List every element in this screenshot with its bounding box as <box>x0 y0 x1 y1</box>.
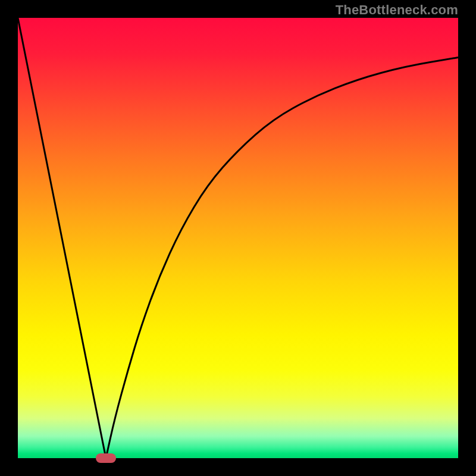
plot-area <box>18 18 458 458</box>
curve-path <box>18 18 458 458</box>
attribution-label: TheBottleneck.com <box>336 2 458 18</box>
bottleneck-curve <box>18 18 458 458</box>
optimal-marker <box>96 453 116 463</box>
chart-container: TheBottleneck.com <box>0 0 476 476</box>
